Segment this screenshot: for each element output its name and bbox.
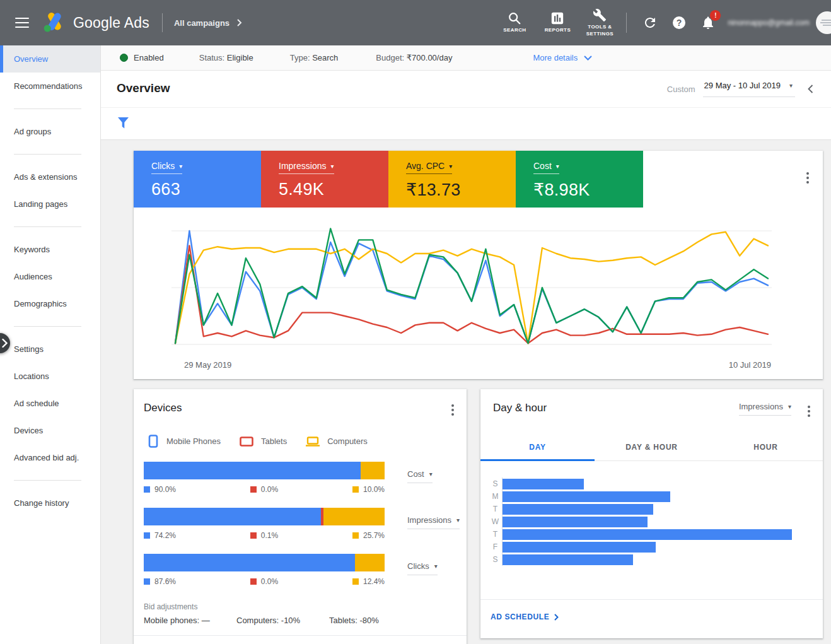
sidebar-item-overview[interactable]: Overview: [0, 45, 100, 73]
breadcrumb[interactable]: All campaigns: [174, 18, 242, 28]
day-hour-tabs: DAYDAY & HOURHOUR: [480, 435, 823, 461]
status-value: Eligible: [227, 53, 253, 62]
campaign-status[interactable]: Enabled: [120, 53, 164, 62]
bid-adjustment-item: Computers: -10%: [236, 616, 329, 625]
sidebar-item-ad-schedule[interactable]: Ad schedule: [0, 390, 100, 417]
sidebar-divider: [14, 108, 81, 109]
tab-day[interactable]: DAY: [480, 435, 595, 461]
metric-selector-value: Impressions: [407, 515, 451, 525]
metric-card-clicks[interactable]: Clicks▾663: [134, 151, 261, 208]
percentage-value: 25.7%: [363, 531, 385, 540]
campaign-type-field: Type: Search: [290, 53, 339, 62]
clicks-metric-selector[interactable]: Clicks▾: [407, 561, 438, 575]
mobile-swatch-icon: [144, 532, 150, 539]
day-hour-card-menu[interactable]: [805, 403, 813, 419]
performance-card-menu[interactable]: [804, 170, 811, 186]
sidebar-item-keywords[interactable]: Keywords: [0, 236, 100, 263]
notifications-button[interactable]: !: [694, 15, 723, 30]
day-label: W: [491, 517, 500, 526]
day-bar: [503, 542, 656, 553]
help-button[interactable]: ?: [665, 15, 694, 30]
percentage-value: 90.0%: [154, 485, 176, 494]
sidebar-item-change-history[interactable]: Change history: [0, 489, 100, 517]
metric-card-cost[interactable]: Cost▾₹8.98K: [516, 151, 643, 208]
day-row-1: M: [491, 490, 814, 503]
bid-adjustment-item: Mobile phones: —: [144, 616, 236, 625]
dropdown-arrow-icon: ▾: [456, 517, 460, 524]
metric-value: ₹8.98K: [533, 180, 643, 200]
more-details-button[interactable]: More details: [533, 53, 592, 62]
mobile-bar-segment: [144, 554, 355, 571]
day-of-week-chart: SMTWTFS: [491, 477, 814, 566]
sidebar-item-ad-groups[interactable]: Ad groups: [0, 118, 100, 145]
menu-icon[interactable]: [15, 15, 29, 31]
metric-value: ₹13.73: [406, 180, 516, 200]
metric-label-text: Cost: [533, 161, 552, 171]
chevron-right-icon: [2, 339, 8, 348]
impressions-metric-selector[interactable]: Impressions▾: [407, 515, 460, 529]
day-label: M: [491, 492, 500, 501]
sidebar-item-recommendations[interactable]: Recommendations: [0, 73, 100, 100]
timeseries-chart: [171, 221, 772, 355]
laptop-icon: [306, 436, 320, 447]
devices-bars: 90.0%0.0%10.0%Cost▾74.2%0.1%25.7%Impress…: [144, 462, 456, 586]
devices-bar-area: 90.0%0.0%10.0%: [144, 462, 385, 494]
sidebar-item-landing-pages[interactable]: Landing pages: [0, 190, 100, 218]
metric-selector-value: Cost: [407, 469, 424, 479]
mobile-bar-segment: [144, 508, 321, 525]
account-email[interactable]: ninonnappo@gmail.com: [728, 18, 810, 27]
sidebar-item-devices[interactable]: Devices: [0, 417, 100, 444]
sidebar-item-audiences[interactable]: Audiences: [0, 263, 100, 290]
cost-metric-selector[interactable]: Cost▾: [407, 469, 433, 483]
divider: [162, 13, 163, 32]
tab-day-hour[interactable]: DAY & HOUR: [595, 435, 709, 461]
dropdown-arrow-icon: ▾: [789, 82, 793, 89]
mobile-percentage: 87.6%: [144, 577, 176, 586]
bid-adjustment-item: Tablets: -80%: [329, 616, 422, 625]
devices-stacked-bar: [144, 554, 385, 571]
sidebar-item-ads-extensions[interactable]: Ads & extensions: [0, 163, 100, 190]
ad-schedule-footer-link[interactable]: AD SCHEDULE: [491, 612, 823, 621]
date-range-control: Custom 29 May - 10 Jul 2019 ▾: [667, 81, 813, 97]
day-row-6: S: [491, 553, 814, 566]
avatar[interactable]: [816, 11, 831, 34]
sidebar-item-label: Settings: [14, 344, 44, 354]
reports-button[interactable]: REPORTS: [537, 11, 578, 33]
metric-card-avg-cpc[interactable]: Avg. CPC▾₹13.73: [388, 151, 516, 208]
chevron-down-icon: [584, 56, 592, 61]
search-button[interactable]: SEARCH: [494, 11, 535, 33]
sidebar-item-locations[interactable]: Locations: [0, 363, 100, 390]
campaign-status-field: Status: Eligible: [199, 53, 253, 62]
day-label: S: [491, 555, 500, 564]
devices-stacked-bar: [144, 462, 385, 479]
metric-card-impressions[interactable]: Impressions▾5.49K: [261, 151, 388, 208]
sidebar-item-demographics[interactable]: Demographics: [0, 290, 100, 317]
legend-label: Computers: [327, 436, 368, 446]
dropdown-arrow-icon: ▾: [179, 163, 182, 170]
sidebar-item-advanced-bid-adj[interactable]: Advanced bid adj.: [0, 444, 100, 471]
percentage-value: 0.0%: [261, 577, 278, 586]
day-hour-title: Day & hour: [493, 402, 739, 414]
legend-item-computer: Computers: [306, 435, 368, 448]
computer-swatch-icon: [352, 486, 359, 493]
day-label: S: [491, 479, 500, 488]
devices-card-menu[interactable]: [449, 402, 456, 418]
tablet-percentage: 0.0%: [250, 577, 278, 586]
collapse-date-panel-button[interactable]: [808, 85, 813, 93]
sidebar-item-settings[interactable]: Settings: [0, 336, 100, 363]
day-hour-metric-selector[interactable]: Impressions ▾: [739, 402, 791, 416]
tools-settings-button[interactable]: TOOLS & SETTINGS: [579, 8, 620, 37]
day-bar: [503, 517, 648, 527]
date-range-picker[interactable]: 29 May - 10 Jul 2019 ▾: [703, 81, 795, 97]
sidebar-item-label: Recommendations: [14, 81, 82, 91]
dropdown-arrow-icon: ▾: [429, 471, 433, 477]
percentage-value: 10.0%: [363, 485, 385, 494]
performance-card: Clicks▾663Impressions▾5.49KAvg. CPC▾₹13.…: [134, 151, 823, 379]
refresh-button[interactable]: [636, 15, 665, 30]
page-title: Overview: [117, 81, 170, 95]
tab-hour[interactable]: HOUR: [709, 435, 823, 461]
filter-icon[interactable]: [117, 117, 129, 129]
metric-label: Impressions▾: [279, 161, 334, 174]
day-bar-track: [502, 503, 814, 515]
day-label: T: [491, 505, 500, 513]
